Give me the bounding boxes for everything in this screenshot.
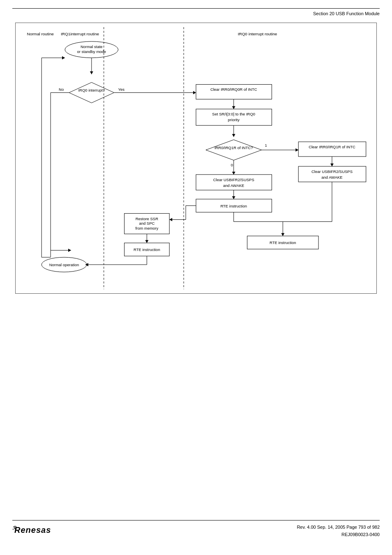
svg-marker-13 xyxy=(232,134,235,137)
no-label: No xyxy=(59,87,64,92)
footer-line xyxy=(12,520,380,520)
svg-marker-11 xyxy=(232,106,235,109)
label-normal-routine: Normal routine xyxy=(27,32,54,36)
clear-usbifr2-right-box xyxy=(298,166,366,182)
restore-ssr-text3: from memory xyxy=(135,226,158,230)
rte-middle-text: RTE instruction xyxy=(134,247,160,252)
clear-usbifr2-right-text1: Clear USBIFR2/SUSPS xyxy=(311,169,353,174)
svg-marker-21 xyxy=(330,164,334,166)
normal-state-label: Normal state xyxy=(81,44,103,49)
clear-irr0-right-text: Clear IRR0/IRQ1R of INTC xyxy=(309,145,355,149)
label-irq1-routine: IRQ1interrupt routine xyxy=(61,32,99,36)
restore-ssr-text2: and SPC xyxy=(139,221,154,226)
svg-text:ℛ: ℛ xyxy=(12,525,16,530)
rte-left-text: RTE instruction xyxy=(220,204,247,208)
footer-text: Rev. 4.00 Sep. 14, 2005 Page 793 of 982 … xyxy=(297,524,380,538)
irr0-label: IRR0/IRQ1R of INTC? xyxy=(214,145,253,150)
restore-ssr-text1: Restore SSR xyxy=(136,216,158,221)
svg-marker-26 xyxy=(281,233,284,236)
zero-label: 0 xyxy=(231,163,233,167)
set-sr-text1: Set SR/I[3:0] to the IRQ0 xyxy=(212,112,255,116)
label-irq0-routine: IRQ0 interrupt routine xyxy=(238,32,277,36)
irq0-diamond xyxy=(69,83,114,103)
svg-marker-19 xyxy=(232,196,235,199)
normal-state-label2: or standby mode xyxy=(77,49,106,54)
set-sr-text2: priority xyxy=(228,117,240,122)
clear-usbifr2-left-text1: Clear USBIFR2/SUSPS xyxy=(213,177,254,182)
clear-irr0-text: Clear IRR0/IRQ0R of INTC xyxy=(210,87,257,92)
footer-code: REJ09B0023-0400 xyxy=(297,531,380,539)
svg-marker-9 xyxy=(68,249,71,252)
header-line xyxy=(12,8,380,9)
renesas-logo: Renesas ℛ xyxy=(12,524,53,539)
clear-usbifr2-left-text2: and AWAKE xyxy=(223,183,244,188)
svg-text:Renesas: Renesas xyxy=(14,525,51,534)
section-title: Section 20 USB Function Module xyxy=(12,11,380,16)
footer-content: Renesas ℛ Rev. 4.00 Sep. 14, 2005 Page 7… xyxy=(12,524,380,539)
svg-marker-17 xyxy=(232,172,235,175)
footer-rev: Rev. 4.00 Sep. 14, 2005 Page 793 of 982 xyxy=(297,524,380,531)
rte-right-text: RTE instruction xyxy=(270,240,296,245)
flowchart-svg: Normal routine IRQ1interrupt routine IRQ… xyxy=(20,27,372,289)
clear-usbifr2-right-text2: and AWAKE xyxy=(321,175,342,180)
clear-usbifr2-left-box xyxy=(196,175,272,190)
svg-marker-5 xyxy=(193,91,196,94)
svg-marker-32 xyxy=(145,240,148,243)
yes-label: Yes xyxy=(118,87,125,92)
svg-marker-15 xyxy=(295,148,298,152)
one-label: 1 xyxy=(265,143,267,147)
footer-area: Renesas ℛ Rev. 4.00 Sep. 14, 2005 Page 7… xyxy=(12,520,380,539)
diagram-container: Normal routine IRQ1interrupt routine IRQ… xyxy=(15,23,377,294)
page: Section 20 USB Function Module Normal ro… xyxy=(0,0,392,555)
normal-operation-label: Normal operation xyxy=(49,263,79,267)
irq0-label: IRQ0 interrupt? xyxy=(78,88,105,92)
svg-marker-3 xyxy=(90,71,93,74)
svg-marker-40 xyxy=(62,56,65,60)
